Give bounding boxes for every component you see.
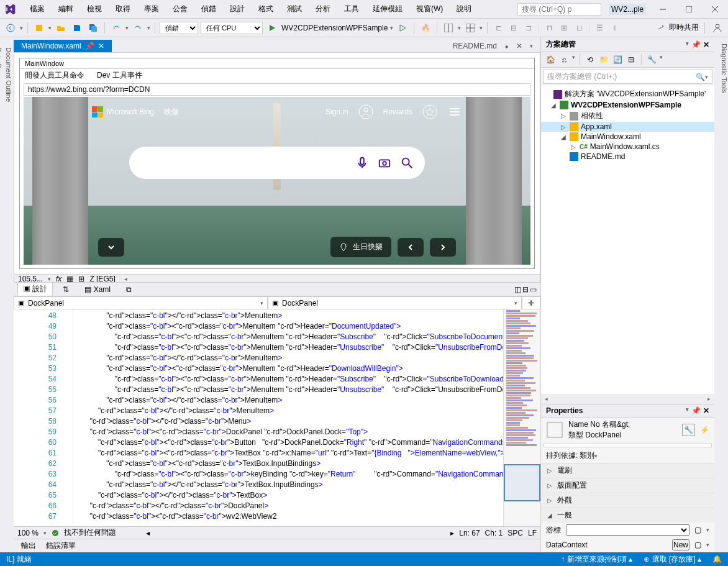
menu-build[interactable]: 公會 (166, 1, 194, 17)
menu-file[interactable]: 檔案 (24, 1, 51, 17)
bing-nav-images[interactable]: 映像 (164, 107, 179, 117)
notifications-icon[interactable]: 🔔 (712, 555, 722, 564)
redo-icon[interactable] (131, 21, 145, 35)
close-panel-icon[interactable]: ✕ (703, 40, 709, 49)
property-search[interactable] (544, 444, 712, 447)
marker-icon[interactable]: ▢ (694, 526, 701, 534)
events-icon[interactable]: ⚡ (700, 426, 709, 434)
new-button[interactable]: New (672, 539, 689, 550)
wrench-icon[interactable]: 🔧 (682, 424, 695, 436)
location-badge[interactable]: 生日快樂 (330, 237, 391, 257)
rewards-button[interactable]: Rewards (383, 107, 412, 116)
new-project-icon[interactable] (32, 21, 46, 35)
marker-icon[interactable]: ▢ (694, 541, 701, 549)
menu-extensions[interactable]: 延伸模組 (366, 1, 409, 17)
account-icon[interactable] (711, 21, 724, 35)
menu-analyze[interactable]: 分析 (309, 1, 337, 17)
collapse-icon[interactable]: ⊟ (626, 54, 637, 65)
solution-name[interactable]: WV2...ple (609, 4, 646, 15)
sign-in-button[interactable]: Sign in (325, 107, 348, 116)
code-editor[interactable]: 4849505152535455565758596061626364656667… (14, 309, 540, 526)
next-button[interactable] (430, 238, 456, 257)
tab-readme[interactable]: README.md ⬥ ✕ ▾ (445, 40, 540, 52)
split-horizontal-icon[interactable]: ⊟ (522, 285, 529, 294)
sync-icon[interactable]: ⟲ (585, 54, 596, 65)
split-collapse-icon[interactable]: ▭ (530, 285, 537, 294)
swap-icon[interactable]: ⇅ (63, 285, 69, 294)
search-icon[interactable]: 🔍 (696, 73, 705, 81)
repo-select-button[interactable]: ⊕ 選取 [存放庫] ▴ (644, 554, 701, 565)
start-no-debug-icon[interactable] (396, 21, 409, 35)
solution-tree[interactable]: 解決方案 'WV2CDPExtensionWPFSample' ◢WV2CDPE… (541, 86, 714, 394)
start-target[interactable]: WV2CDPExtensionWPFSample (281, 24, 388, 32)
tab-error-list[interactable]: 錯誤清單 (46, 541, 76, 551)
menu-project[interactable]: 專案 (138, 1, 165, 17)
show-all-icon[interactable]: 📁 (598, 54, 609, 65)
hamburger-icon[interactable] (447, 104, 462, 119)
cursor-select[interactable] (566, 524, 689, 536)
section-brush[interactable]: ▷電刷 (541, 463, 714, 478)
editor-zoom[interactable]: 100 % (17, 529, 39, 537)
split-tab-design[interactable]: ▣ 設計 (17, 282, 53, 296)
menu-edit[interactable]: 編輯 (52, 1, 80, 17)
start-icon[interactable] (265, 21, 279, 35)
close-tab-icon[interactable]: ✕ (98, 42, 104, 50)
pin-icon[interactable]: 📌 (85, 42, 94, 50)
hot-reload-icon[interactable]: 🔥 (419, 21, 432, 35)
code-minimap[interactable] (503, 309, 540, 526)
solution-search[interactable]: 搜尋方案總管 (Ctrl+;) 🔍 ▾ (543, 70, 712, 84)
dropdown-icon[interactable]: ▾ (686, 40, 689, 49)
tab-data-sources[interactable]: Data Sources (0, 42, 4, 552)
properties-icon[interactable]: 🔧 (646, 54, 657, 65)
grid-icon[interactable] (463, 21, 477, 35)
rewards-icon[interactable] (422, 104, 437, 119)
element-name[interactable]: No 名稱&gt; (590, 420, 630, 429)
camera-icon[interactable] (378, 156, 391, 170)
wpf-url-bar[interactable]: https://www2.bing.com/?form=DCDN (24, 83, 530, 96)
tab-mainwindow-xaml[interactable]: MainWindow.xaml 📌 ✕ (14, 40, 112, 52)
live-share-button[interactable]: 即時共用 (669, 22, 699, 33)
bing-logo[interactable]: Microsoft Bing (92, 106, 154, 117)
config-select[interactable]: 偵錯 (160, 22, 198, 34)
close-tab-icon[interactable]: ✕ (516, 42, 522, 50)
menu-get[interactable]: 取得 (109, 1, 137, 17)
menu-view[interactable]: 檢視 (81, 1, 108, 17)
pin-icon[interactable]: 📌 (691, 40, 701, 49)
scroll-down-button[interactable] (98, 238, 124, 257)
source-control-button[interactable]: ↑ 新增至來源控制項 ▴ (562, 554, 633, 565)
refresh-icon[interactable]: 🔄 (612, 54, 623, 65)
save-all-icon[interactable] (86, 21, 100, 35)
prev-button[interactable] (398, 238, 424, 257)
home-icon[interactable]: 🏠 (545, 54, 556, 65)
element-combo-left[interactable]: ▣ DockPanel▾ (14, 296, 268, 309)
dropdown-icon[interactable]: ▾ (20, 25, 23, 31)
bing-search-box[interactable] (129, 147, 425, 179)
spc-indicator[interactable]: SPC (507, 529, 523, 537)
split-vertical-icon[interactable]: ◫ (514, 285, 521, 294)
section-layout[interactable]: ▷版面配置 (541, 478, 714, 493)
search-input[interactable] (517, 3, 601, 16)
tab-output[interactable]: 輸出 (21, 541, 36, 551)
pin-icon[interactable]: 📌 (691, 406, 701, 415)
line-indicator[interactable]: Ln: 67 (459, 529, 480, 537)
section-general[interactable]: ◢一般 (541, 508, 714, 523)
search-icon[interactable] (400, 156, 414, 170)
wpf-menu-devevents[interactable]: Dev 工具事件 (97, 70, 142, 81)
branch-icon[interactable]: ⎌ (558, 54, 570, 65)
popout-icon[interactable]: ⧉ (126, 285, 132, 294)
issues-status[interactable]: 找不到任何問題 (64, 527, 116, 538)
close-button[interactable] (706, 3, 724, 16)
split-tab-xaml[interactable]: ▤ Xaml (79, 283, 116, 296)
menu-help[interactable]: 說明 (450, 1, 478, 17)
menu-window[interactable]: 視窗(W) (410, 1, 449, 17)
xaml-designer[interactable]: MainWindow 開發人員工具命令 Dev 工具事件 https://www… (14, 52, 540, 282)
close-panel-icon[interactable]: ✕ (703, 406, 709, 415)
minimize-button[interactable] (653, 3, 672, 16)
char-indicator[interactable]: Ch: 1 (485, 529, 503, 537)
menu-test[interactable]: 測試 (281, 1, 308, 17)
menu-design[interactable]: 設計 (224, 1, 251, 17)
element-combo-right[interactable]: ▣ DockPanel▾ (268, 296, 522, 309)
user-icon[interactable] (358, 104, 373, 119)
mic-icon[interactable] (355, 156, 369, 170)
lf-indicator[interactable]: LF (528, 529, 537, 537)
